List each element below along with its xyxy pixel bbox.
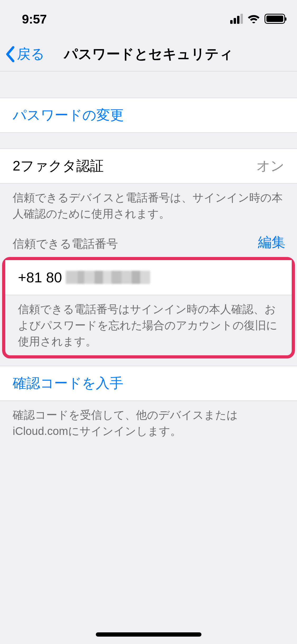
two-factor-auth-value: オン [256, 157, 284, 175]
back-label: 戻る [17, 45, 45, 63]
wifi-icon [247, 14, 260, 24]
two-factor-auth-cell[interactable]: 2ファクタ認証 オン [0, 149, 297, 183]
edit-trusted-phone-button[interactable]: 編集 [258, 233, 285, 252]
cellular-signal-icon [230, 14, 243, 24]
status-bar: 9:57 [0, 0, 297, 37]
change-password-cell[interactable]: パスワードの変更 [0, 98, 297, 133]
status-time: 9:57 [0, 12, 69, 26]
redacted-phone-digits [66, 271, 150, 284]
navigation-bar: 戻る パスワードとセキュリティ [0, 37, 297, 71]
chevron-left-icon [5, 46, 15, 63]
trusted-phone-header: 信頼できる電話番号 [13, 236, 118, 252]
battery-icon [265, 14, 285, 24]
trusted-phone-footer-text: 信頼できる電話番号はサインイン時の本人確認、およびパスワードを忘れた場合のアカウ… [5, 295, 292, 356]
get-verification-code-label: 確認コードを入手 [13, 374, 123, 393]
get-verification-code-footer: 確認コードを受信して、他のデバイスまたはiCloud.comにサインインします。 [0, 401, 297, 445]
back-button[interactable]: 戻る [5, 45, 45, 63]
trusted-phone-highlight: +81 80 信頼できる電話番号はサインイン時の本人確認、およびパスワードを忘れ… [2, 257, 295, 359]
trusted-phone-number-cell[interactable]: +81 80 [5, 260, 292, 295]
page-title: パスワードとセキュリティ [64, 45, 233, 63]
two-factor-auth-label: 2ファクタ認証 [13, 157, 104, 175]
get-verification-code-cell[interactable]: 確認コードを入手 [0, 366, 297, 401]
home-indicator[interactable] [96, 632, 201, 637]
change-password-label: パスワードの変更 [13, 106, 124, 125]
trusted-phone-prefix: +81 80 [18, 269, 62, 286]
two-factor-footer-text: 信頼できるデバイスと電話番号は、サインイン時の本人確認のために使用されます。 [0, 183, 297, 228]
